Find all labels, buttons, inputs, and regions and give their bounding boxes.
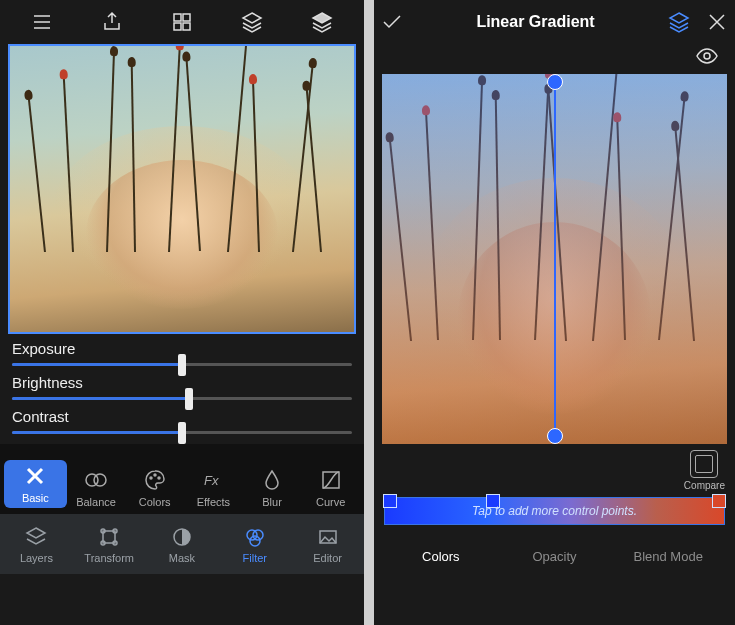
effect-label: Blur (262, 496, 282, 508)
fx-icon: Fx (201, 468, 225, 492)
gradient-tabs: Colors Opacity Blend Mode (384, 529, 725, 577)
effect-tabs: Basic Balance Colors Fx Effects Blur Cur… (0, 444, 364, 514)
effect-label: Balance (76, 496, 116, 508)
svg-rect-0 (174, 14, 181, 21)
brightness-slider[interactable]: Brightness (12, 374, 352, 400)
transform-icon (97, 525, 121, 549)
grid-icon[interactable] (170, 10, 194, 34)
visibility-icon[interactable] (695, 44, 719, 68)
confirm-icon[interactable] (380, 10, 404, 34)
layers-filled-icon[interactable] (310, 10, 334, 34)
gradient-bar[interactable]: Tap to add more control points. (384, 497, 725, 525)
edit-canvas[interactable] (8, 44, 356, 334)
nav-label: Mask (169, 552, 195, 564)
gradient-controls: Compare Tap to add more control points. … (374, 444, 735, 577)
balance-icon (84, 468, 108, 492)
effect-tab-curve[interactable]: Curve (301, 468, 360, 508)
nav-editor[interactable]: Editor (291, 514, 364, 574)
filter-icon (243, 525, 267, 549)
bottom-nav: Layers Transform Mask Filter Editor (0, 514, 364, 574)
svg-point-21 (704, 53, 710, 59)
layers-blue-icon[interactable] (667, 10, 691, 34)
svg-point-6 (150, 477, 152, 479)
effect-label: Basic (22, 492, 49, 504)
svg-point-18 (253, 530, 263, 540)
effect-tab-balance[interactable]: Balance (67, 468, 126, 508)
effect-label: Effects (197, 496, 230, 508)
gradient-handle-bottom[interactable] (547, 428, 563, 444)
nav-label: Filter (243, 552, 267, 564)
svg-text:Fx: Fx (204, 473, 219, 488)
drop-icon (260, 468, 284, 492)
compare-button[interactable]: Compare (684, 450, 725, 491)
exposure-slider[interactable]: Exposure (12, 340, 352, 366)
layers-outline-icon[interactable] (240, 10, 264, 34)
sliders-section: Exposure Brightness Contrast (0, 334, 364, 444)
palette-icon (143, 468, 167, 492)
nav-label: Layers (20, 552, 53, 564)
svg-point-19 (250, 536, 260, 546)
x-icon (23, 464, 47, 488)
svg-point-5 (94, 474, 106, 486)
panel-title: Linear Gradient (476, 13, 594, 31)
effect-tab-basic[interactable]: Basic (4, 460, 67, 508)
filter-panel: Exposure Brightness Contrast Basic Balan… (0, 0, 364, 625)
left-canvas-wrap (8, 44, 356, 334)
svg-point-8 (158, 477, 160, 479)
right-canvas-wrap (382, 74, 727, 444)
share-icon[interactable] (100, 10, 124, 34)
brightness-label: Brightness (12, 374, 352, 391)
svg-rect-2 (174, 23, 181, 30)
tab-colors[interactable]: Colors (384, 535, 498, 577)
compare-label: Compare (684, 480, 725, 491)
tab-blendmode[interactable]: Blend Mode (611, 535, 725, 577)
svg-rect-1 (183, 14, 190, 21)
svg-point-7 (154, 474, 156, 476)
svg-rect-3 (183, 23, 190, 30)
left-topbar (0, 0, 364, 44)
effect-label: Curve (316, 496, 345, 508)
gradient-axis[interactable] (554, 74, 556, 444)
gradient-canvas[interactable] (382, 74, 727, 444)
right-topbar: Linear Gradient (374, 0, 735, 44)
close-icon[interactable] (705, 10, 729, 34)
gradient-handle-top[interactable] (547, 74, 563, 90)
nav-mask[interactable]: Mask (146, 514, 219, 574)
tab-opacity[interactable]: Opacity (498, 535, 612, 577)
effect-tab-blur[interactable]: Blur (243, 468, 302, 508)
nav-label: Transform (84, 552, 134, 564)
gradient-panel: Linear Gradient (374, 0, 735, 625)
nav-label: Editor (313, 552, 342, 564)
mask-icon (170, 525, 194, 549)
nav-transform[interactable]: Transform (73, 514, 146, 574)
nav-layers[interactable]: Layers (0, 514, 73, 574)
effect-label: Colors (139, 496, 171, 508)
effect-tab-effects[interactable]: Fx Effects (184, 468, 243, 508)
gradient-hint: Tap to add more control points. (385, 498, 724, 524)
list-icon[interactable] (30, 10, 54, 34)
curve-icon (319, 468, 343, 492)
layers-icon (24, 525, 48, 549)
nav-filter[interactable]: Filter (218, 514, 291, 574)
compare-icon (690, 450, 718, 478)
contrast-slider[interactable]: Contrast (12, 408, 352, 434)
effect-tab-colors[interactable]: Colors (125, 468, 184, 508)
editor-icon (316, 525, 340, 549)
